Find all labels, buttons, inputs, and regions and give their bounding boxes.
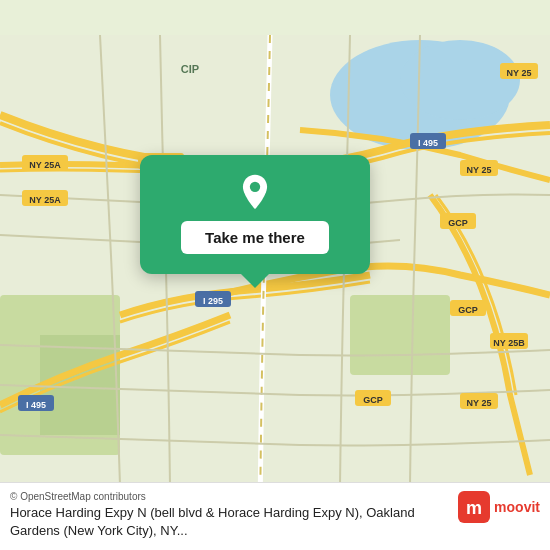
svg-text:NY 25A: NY 25A	[29, 195, 61, 205]
svg-text:I 495: I 495	[26, 400, 46, 410]
svg-text:NY 25A: NY 25A	[29, 160, 61, 170]
svg-text:NY 25: NY 25	[467, 165, 492, 175]
map-container: NY 25A NY 25A I 495 NY 25 CIP I 295 I 49…	[0, 0, 550, 550]
svg-text:NY 25B: NY 25B	[493, 338, 525, 348]
svg-text:CIP: CIP	[181, 63, 199, 75]
svg-text:GCP: GCP	[448, 218, 468, 228]
map-background: NY 25A NY 25A I 495 NY 25 CIP I 295 I 49…	[0, 0, 550, 550]
location-pin-icon	[236, 173, 274, 211]
svg-rect-5	[350, 295, 450, 375]
svg-point-33	[250, 182, 260, 192]
svg-text:NY 25: NY 25	[507, 68, 532, 78]
moovit-icon: m	[458, 491, 490, 523]
take-me-there-button[interactable]: Take me there	[181, 221, 329, 254]
svg-text:m: m	[466, 498, 482, 518]
svg-text:I 295: I 295	[203, 296, 223, 306]
osm-credit: © OpenStreetMap contributors	[10, 491, 448, 502]
svg-text:GCP: GCP	[363, 395, 383, 405]
location-callout: Take me there	[140, 155, 370, 274]
svg-rect-4	[40, 335, 120, 435]
svg-text:NY 25: NY 25	[467, 398, 492, 408]
svg-text:I 495: I 495	[418, 138, 438, 148]
moovit-logo: m moovit	[458, 491, 540, 523]
location-title: Horace Harding Expy N (bell blvd & Horac…	[10, 504, 448, 540]
svg-text:GCP: GCP	[458, 305, 478, 315]
info-bar: © OpenStreetMap contributors Horace Hard…	[0, 482, 550, 550]
moovit-brand-text: moovit	[494, 499, 540, 515]
info-text-container: © OpenStreetMap contributors Horace Hard…	[10, 491, 448, 540]
